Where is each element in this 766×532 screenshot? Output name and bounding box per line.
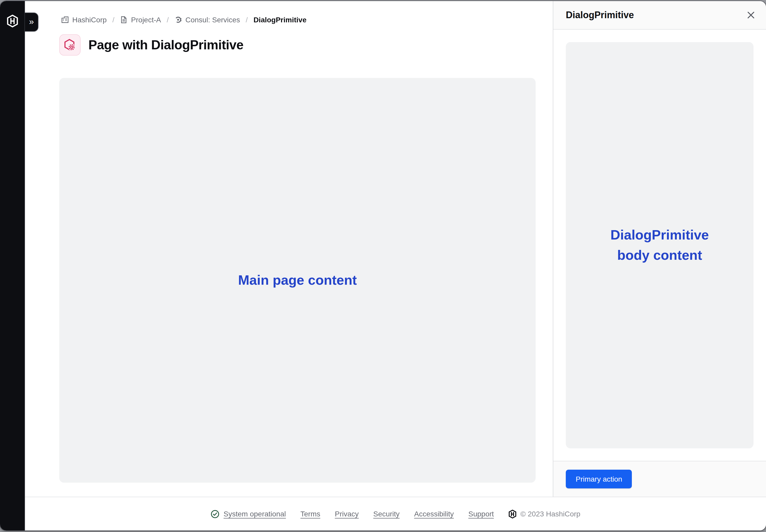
breadcrumb-separator: / [246,16,248,24]
breadcrumb-separator: / [167,16,169,24]
footer-link-privacy[interactable]: Privacy [335,510,359,518]
sidebar [0,1,25,530]
hashicorp-logo-icon [7,15,18,28]
x-icon [747,11,755,19]
breadcrumb-item-consul-services[interactable]: Consul: Services [174,16,240,24]
system-status-link[interactable]: System operational [211,509,286,518]
breadcrumb-separator: / [112,16,114,24]
dialog-primitive-panel: DialogPrimitive DialogPrimitive body con… [553,1,766,497]
dialog-close-button[interactable] [743,7,759,23]
footer-link-accessibility[interactable]: Accessibility [414,510,454,518]
main-content-placeholder: Main page content [59,78,535,483]
main-placeholder-text: Main page content [238,272,357,288]
file-text-icon [120,16,127,23]
breadcrumb-label: HashiCorp [72,16,107,24]
footer-link-terms[interactable]: Terms [301,510,320,518]
breadcrumb-label: Consul: Services [185,16,240,24]
dialog-footer: Primary action [553,461,766,497]
app-footer: System operational Terms Privacy Securit… [25,497,766,530]
system-status-label: System operational [224,510,286,518]
hashicorp-logo-icon [508,509,516,518]
screen: » HashiCorp / [0,0,766,532]
breadcrumb-item-project-a[interactable]: Project-A [120,16,161,24]
consul-gear-hexagon-icon [63,38,76,51]
footer-link-security[interactable]: Security [373,510,400,518]
dialog-placeholder-text: DialogPrimitive body content [597,225,722,265]
breadcrumb-item-hashicorp[interactable]: HashiCorp [61,16,107,24]
copyright-text: © 2023 HashiCorp [520,510,581,518]
footer-brand: © 2023 HashiCorp [508,509,581,518]
check-circle-icon [211,509,220,518]
page-title: Page with DialogPrimitive [88,37,243,52]
org-icon [61,16,69,23]
app-window: » HashiCorp / [0,1,766,530]
breadcrumb: HashiCorp / Project-A / [61,16,535,24]
breadcrumb-label: Project-A [131,16,161,24]
breadcrumb-label: DialogPrimitive [254,16,307,24]
breadcrumb-item-current: DialogPrimitive [254,16,307,24]
sidebar-expand-button[interactable]: » [25,12,38,32]
page-header: Page with DialogPrimitive [59,34,535,56]
consul-icon [174,16,182,23]
main-content: HashiCorp / Project-A / [25,1,553,497]
dialog-title: DialogPrimitive [566,10,634,21]
hashicorp-logo[interactable] [0,15,25,28]
chevrons-right-icon: » [29,17,34,26]
dialog-body-placeholder: DialogPrimitive body content [566,42,754,448]
footer-link-support[interactable]: Support [468,510,494,518]
page-title-badge [59,34,81,56]
primary-action-button[interactable]: Primary action [566,470,632,488]
dialog-body: DialogPrimitive body content [553,30,766,461]
dialog-header: DialogPrimitive [553,1,766,30]
